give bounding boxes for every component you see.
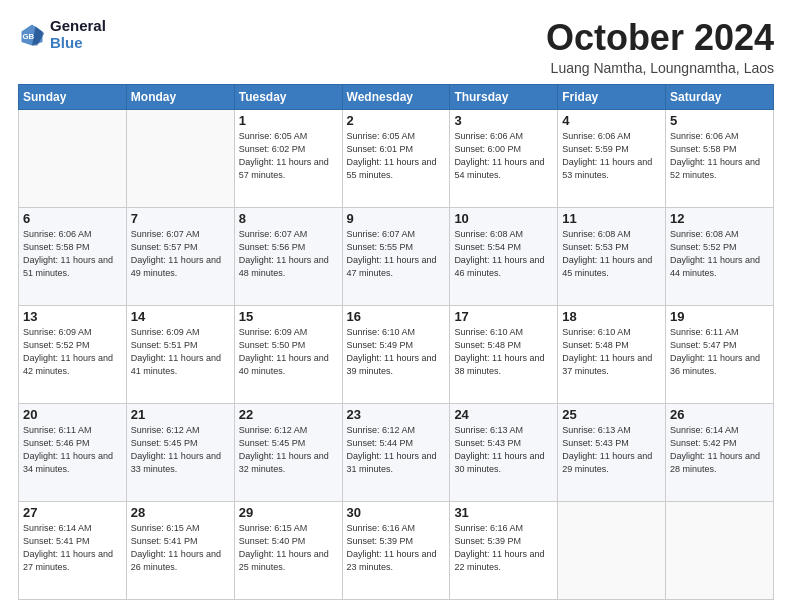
day-info: Sunrise: 6:16 AM Sunset: 5:39 PM Dayligh… (347, 522, 446, 574)
day-number: 12 (670, 211, 769, 226)
logo: GB General Blue (18, 18, 106, 51)
calendar-cell (666, 501, 774, 599)
calendar-cell (558, 501, 666, 599)
week-row-3: 13Sunrise: 6:09 AM Sunset: 5:52 PM Dayli… (19, 305, 774, 403)
day-number: 7 (131, 211, 230, 226)
day-info: Sunrise: 6:15 AM Sunset: 5:40 PM Dayligh… (239, 522, 338, 574)
logo-icon: GB (18, 21, 46, 49)
calendar-cell: 4Sunrise: 6:06 AM Sunset: 5:59 PM Daylig… (558, 109, 666, 207)
calendar-cell: 30Sunrise: 6:16 AM Sunset: 5:39 PM Dayli… (342, 501, 450, 599)
calendar-cell: 11Sunrise: 6:08 AM Sunset: 5:53 PM Dayli… (558, 207, 666, 305)
day-number: 23 (347, 407, 446, 422)
logo-text: General Blue (50, 18, 106, 51)
month-title: October 2024 (546, 18, 774, 58)
calendar-cell: 16Sunrise: 6:10 AM Sunset: 5:49 PM Dayli… (342, 305, 450, 403)
day-number: 8 (239, 211, 338, 226)
calendar-cell: 9Sunrise: 6:07 AM Sunset: 5:55 PM Daylig… (342, 207, 450, 305)
day-info: Sunrise: 6:06 AM Sunset: 6:00 PM Dayligh… (454, 130, 553, 182)
day-info: Sunrise: 6:05 AM Sunset: 6:02 PM Dayligh… (239, 130, 338, 182)
calendar-cell: 18Sunrise: 6:10 AM Sunset: 5:48 PM Dayli… (558, 305, 666, 403)
day-info: Sunrise: 6:06 AM Sunset: 5:58 PM Dayligh… (670, 130, 769, 182)
svg-text:GB: GB (22, 31, 34, 40)
day-info: Sunrise: 6:13 AM Sunset: 5:43 PM Dayligh… (562, 424, 661, 476)
day-number: 26 (670, 407, 769, 422)
day-number: 6 (23, 211, 122, 226)
calendar-cell: 5Sunrise: 6:06 AM Sunset: 5:58 PM Daylig… (666, 109, 774, 207)
day-number: 28 (131, 505, 230, 520)
col-header-tuesday: Tuesday (234, 84, 342, 109)
day-number: 11 (562, 211, 661, 226)
day-number: 3 (454, 113, 553, 128)
day-info: Sunrise: 6:10 AM Sunset: 5:49 PM Dayligh… (347, 326, 446, 378)
calendar-cell: 12Sunrise: 6:08 AM Sunset: 5:52 PM Dayli… (666, 207, 774, 305)
calendar-cell: 3Sunrise: 6:06 AM Sunset: 6:00 PM Daylig… (450, 109, 558, 207)
day-number: 9 (347, 211, 446, 226)
day-info: Sunrise: 6:10 AM Sunset: 5:48 PM Dayligh… (562, 326, 661, 378)
week-row-5: 27Sunrise: 6:14 AM Sunset: 5:41 PM Dayli… (19, 501, 774, 599)
day-number: 20 (23, 407, 122, 422)
day-number: 31 (454, 505, 553, 520)
day-info: Sunrise: 6:12 AM Sunset: 5:45 PM Dayligh… (131, 424, 230, 476)
calendar-cell: 25Sunrise: 6:13 AM Sunset: 5:43 PM Dayli… (558, 403, 666, 501)
day-info: Sunrise: 6:06 AM Sunset: 5:58 PM Dayligh… (23, 228, 122, 280)
calendar-cell: 1Sunrise: 6:05 AM Sunset: 6:02 PM Daylig… (234, 109, 342, 207)
day-number: 27 (23, 505, 122, 520)
calendar-cell: 8Sunrise: 6:07 AM Sunset: 5:56 PM Daylig… (234, 207, 342, 305)
day-info: Sunrise: 6:07 AM Sunset: 5:55 PM Dayligh… (347, 228, 446, 280)
title-area: October 2024 Luang Namtha, Loungnamtha, … (546, 18, 774, 76)
day-info: Sunrise: 6:06 AM Sunset: 5:59 PM Dayligh… (562, 130, 661, 182)
calendar-cell: 15Sunrise: 6:09 AM Sunset: 5:50 PM Dayli… (234, 305, 342, 403)
calendar-cell: 29Sunrise: 6:15 AM Sunset: 5:40 PM Dayli… (234, 501, 342, 599)
day-info: Sunrise: 6:09 AM Sunset: 5:50 PM Dayligh… (239, 326, 338, 378)
col-header-thursday: Thursday (450, 84, 558, 109)
calendar-table: SundayMondayTuesdayWednesdayThursdayFrid… (18, 84, 774, 600)
week-row-4: 20Sunrise: 6:11 AM Sunset: 5:46 PM Dayli… (19, 403, 774, 501)
day-info: Sunrise: 6:12 AM Sunset: 5:44 PM Dayligh… (347, 424, 446, 476)
calendar-cell: 20Sunrise: 6:11 AM Sunset: 5:46 PM Dayli… (19, 403, 127, 501)
calendar-cell: 17Sunrise: 6:10 AM Sunset: 5:48 PM Dayli… (450, 305, 558, 403)
subtitle: Luang Namtha, Loungnamtha, Laos (546, 60, 774, 76)
day-number: 16 (347, 309, 446, 324)
day-number: 13 (23, 309, 122, 324)
calendar-cell: 13Sunrise: 6:09 AM Sunset: 5:52 PM Dayli… (19, 305, 127, 403)
col-header-saturday: Saturday (666, 84, 774, 109)
day-info: Sunrise: 6:11 AM Sunset: 5:47 PM Dayligh… (670, 326, 769, 378)
day-info: Sunrise: 6:09 AM Sunset: 5:52 PM Dayligh… (23, 326, 122, 378)
day-info: Sunrise: 6:07 AM Sunset: 5:57 PM Dayligh… (131, 228, 230, 280)
calendar-cell: 22Sunrise: 6:12 AM Sunset: 5:45 PM Dayli… (234, 403, 342, 501)
calendar-cell (126, 109, 234, 207)
calendar-cell: 26Sunrise: 6:14 AM Sunset: 5:42 PM Dayli… (666, 403, 774, 501)
day-info: Sunrise: 6:15 AM Sunset: 5:41 PM Dayligh… (131, 522, 230, 574)
day-info: Sunrise: 6:12 AM Sunset: 5:45 PM Dayligh… (239, 424, 338, 476)
calendar-cell: 24Sunrise: 6:13 AM Sunset: 5:43 PM Dayli… (450, 403, 558, 501)
day-info: Sunrise: 6:14 AM Sunset: 5:42 PM Dayligh… (670, 424, 769, 476)
calendar-cell: 14Sunrise: 6:09 AM Sunset: 5:51 PM Dayli… (126, 305, 234, 403)
day-info: Sunrise: 6:07 AM Sunset: 5:56 PM Dayligh… (239, 228, 338, 280)
day-number: 24 (454, 407, 553, 422)
col-header-monday: Monday (126, 84, 234, 109)
day-number: 4 (562, 113, 661, 128)
day-info: Sunrise: 6:11 AM Sunset: 5:46 PM Dayligh… (23, 424, 122, 476)
day-number: 30 (347, 505, 446, 520)
col-header-friday: Friday (558, 84, 666, 109)
day-number: 29 (239, 505, 338, 520)
calendar-cell: 6Sunrise: 6:06 AM Sunset: 5:58 PM Daylig… (19, 207, 127, 305)
day-number: 1 (239, 113, 338, 128)
week-row-1: 1Sunrise: 6:05 AM Sunset: 6:02 PM Daylig… (19, 109, 774, 207)
day-info: Sunrise: 6:16 AM Sunset: 5:39 PM Dayligh… (454, 522, 553, 574)
day-info: Sunrise: 6:08 AM Sunset: 5:53 PM Dayligh… (562, 228, 661, 280)
calendar-cell: 28Sunrise: 6:15 AM Sunset: 5:41 PM Dayli… (126, 501, 234, 599)
header-row: SundayMondayTuesdayWednesdayThursdayFrid… (19, 84, 774, 109)
day-number: 15 (239, 309, 338, 324)
day-info: Sunrise: 6:14 AM Sunset: 5:41 PM Dayligh… (23, 522, 122, 574)
day-info: Sunrise: 6:08 AM Sunset: 5:54 PM Dayligh… (454, 228, 553, 280)
calendar-cell: 7Sunrise: 6:07 AM Sunset: 5:57 PM Daylig… (126, 207, 234, 305)
day-number: 17 (454, 309, 553, 324)
day-number: 2 (347, 113, 446, 128)
day-info: Sunrise: 6:10 AM Sunset: 5:48 PM Dayligh… (454, 326, 553, 378)
day-number: 21 (131, 407, 230, 422)
day-info: Sunrise: 6:13 AM Sunset: 5:43 PM Dayligh… (454, 424, 553, 476)
calendar-cell: 19Sunrise: 6:11 AM Sunset: 5:47 PM Dayli… (666, 305, 774, 403)
page: GB General Blue October 2024 Luang Namth… (0, 0, 792, 612)
day-info: Sunrise: 6:05 AM Sunset: 6:01 PM Dayligh… (347, 130, 446, 182)
